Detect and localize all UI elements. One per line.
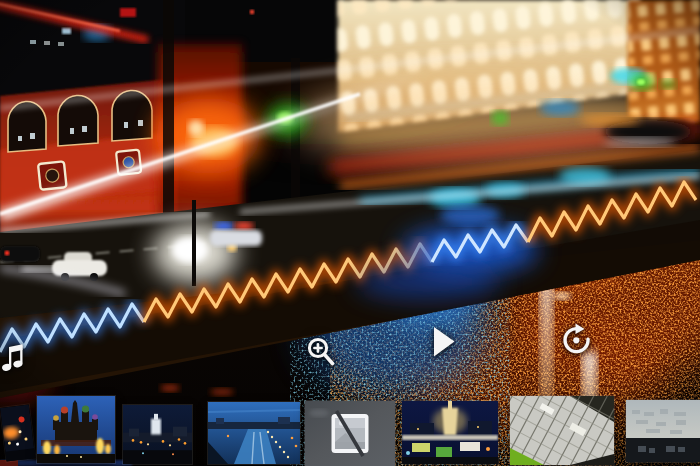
thumbnail-4[interactable] <box>208 402 300 464</box>
thumbnail-image <box>402 401 498 464</box>
rotate-button[interactable] <box>559 322 594 357</box>
play-icon <box>432 326 456 358</box>
rotate-icon <box>559 322 594 357</box>
thumbnail-image <box>510 396 614 465</box>
thumbnail-placeholder[interactable] <box>305 401 395 466</box>
photo-viewer-screen <box>0 0 700 466</box>
broken-image-icon <box>305 401 395 466</box>
music-note-icon <box>1 341 23 373</box>
thumbnail-8[interactable] <box>626 400 700 462</box>
play-button[interactable] <box>432 326 456 358</box>
thumbnail-image <box>123 405 192 464</box>
zoom-in-icon <box>306 336 336 370</box>
thumbnail-6[interactable] <box>402 401 498 464</box>
zoom-in-button[interactable] <box>306 336 336 370</box>
thumbnail-7[interactable] <box>510 396 614 465</box>
thumbnail-3[interactable] <box>123 405 192 464</box>
thumbnail-image <box>37 396 115 463</box>
music-button[interactable] <box>1 341 23 373</box>
thumbnail-2[interactable] <box>37 396 115 463</box>
thumbnail-image <box>626 400 700 462</box>
thumbnail-image <box>208 402 300 464</box>
